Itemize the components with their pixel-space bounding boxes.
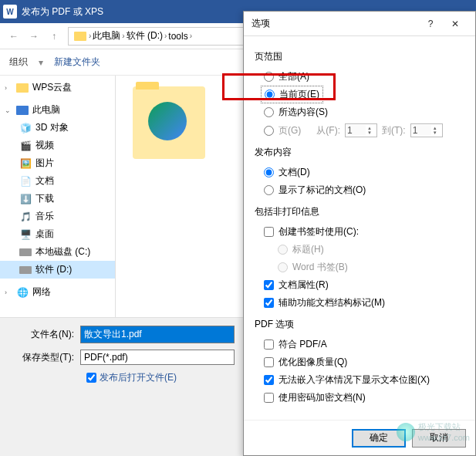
folder-icon	[15, 82, 29, 94]
accessibility-checkbox[interactable]	[264, 298, 274, 308]
nav-forward-button[interactable]: →	[25, 27, 43, 46]
page-range-all-radio[interactable]	[264, 72, 274, 82]
publish-markup-label: 显示了标记的文档(O)	[279, 184, 366, 197]
organize-button[interactable]: 组织	[9, 56, 28, 69]
spin-down-icon[interactable]: ▼	[431, 130, 439, 135]
doc-props-checkbox[interactable]	[264, 280, 274, 290]
bitmap-text-checkbox[interactable]	[264, 375, 274, 385]
filename-input[interactable]: 散文导出1.pdf	[80, 326, 235, 343]
sidebar-item-pictures[interactable]: 🖼️ 图片	[0, 154, 115, 172]
encrypt-label: 使用密码加密文档(N)	[279, 391, 366, 404]
options-dialog: 选项 ? ✕ 页范围 全部(A) 当前页(E) 所选内容(S) 页(G) 从(F…	[243, 11, 476, 456]
filename-label: 文件名(N):	[11, 328, 80, 341]
open-after-publish-checkbox[interactable]	[86, 373, 96, 383]
word-app-icon: W	[3, 5, 17, 19]
publish-document-label: 文档(D)	[279, 166, 310, 179]
pdf-options-title: PDF 选项	[255, 318, 464, 331]
sidebar-item-label: 下载	[35, 192, 54, 205]
bitmap-text-label: 无法嵌入字体情况下显示文本位图(X)	[279, 373, 430, 387]
sidebar-item-downloads[interactable]: ⬇️ 下载	[0, 190, 115, 208]
page-from-input[interactable]	[347, 125, 366, 136]
encrypt-checkbox[interactable]	[264, 393, 274, 403]
help-button[interactable]: ?	[418, 13, 443, 35]
page-to-label: 到(T):	[382, 124, 406, 137]
new-folder-button[interactable]: 新建文件夹	[54, 56, 100, 69]
path-segment[interactable]: tools	[168, 31, 187, 42]
close-button[interactable]: ✕	[443, 13, 468, 35]
expand-arrow-icon: ›	[5, 289, 12, 296]
open-after-publish-label: 发布后打开文件(E)	[100, 371, 177, 384]
downloads-icon: ⬇️	[19, 193, 32, 205]
page-to-spinner[interactable]: ▲▼	[410, 123, 443, 137]
bookmark-word-radio	[278, 262, 288, 272]
filetype-select[interactable]: PDF(*.pdf)	[80, 350, 235, 365]
sidebar-item-label: 软件 (D:)	[35, 263, 72, 276]
page-range-pages-label: 页(G)	[279, 124, 301, 137]
docs-icon: 📄	[19, 175, 32, 187]
options-body: 页范围 全部(A) 当前页(E) 所选内容(S) 页(G) 从(F):	[244, 36, 475, 420]
bookmark-word-label: Word 书签(B)	[292, 261, 348, 274]
page-range-selection-radio[interactable]	[264, 107, 274, 117]
pdfa-checkbox[interactable]	[264, 339, 274, 350]
edge-browser-icon	[148, 102, 187, 140]
page-range-current-radio[interactable]	[265, 90, 275, 100]
chevron-icon: ›	[190, 32, 192, 40]
sidebar-item-label: 视频	[35, 139, 54, 152]
sidebar-item-label: 图片	[35, 157, 54, 170]
sidebar-item-this-pc[interactable]: ⌄ 此电脑	[0, 101, 115, 119]
pictures-icon: 🖼️	[19, 157, 32, 170]
chevron-icon: ›	[89, 32, 91, 40]
optimize-quality-checkbox[interactable]	[264, 357, 274, 367]
optimize-quality-label: 优化图像质量(Q)	[279, 356, 347, 369]
path-segment[interactable]: 软件 (D:)	[127, 29, 163, 42]
pc-icon	[15, 104, 29, 117]
page-range-current-label: 当前页(E)	[279, 88, 319, 101]
page-range-selection-label: 所选内容(S)	[279, 106, 328, 119]
sidebar-tree[interactable]: › WPS云盘 ⌄ 此电脑 🧊 3D 对象 🎬 视频 🖼️ 图片	[0, 76, 116, 317]
bookmark-headings-radio	[278, 245, 288, 255]
page-from-label: 从(F):	[316, 124, 340, 137]
folder-icon	[73, 30, 87, 42]
page-range-pages-radio[interactable]	[264, 126, 274, 136]
sidebar-item-label: 音乐	[35, 210, 54, 223]
3d-icon: 🧊	[19, 122, 32, 134]
create-bookmarks-label: 创建书签时使用(C):	[279, 225, 359, 238]
sidebar-item-desktop[interactable]: 🖥️ 桌面	[0, 225, 115, 243]
ok-button[interactable]: 确定	[352, 429, 406, 448]
sidebar-item-label: 桌面	[35, 228, 54, 241]
cancel-button[interactable]: 取消	[412, 429, 466, 448]
page-to-input[interactable]	[413, 125, 431, 136]
nav-back-button[interactable]: ←	[5, 27, 23, 46]
sidebar-item-wps-cloud[interactable]: › WPS云盘	[0, 79, 115, 96]
bookmark-headings-label: 标题(H)	[292, 243, 324, 256]
sidebar-item-3d-objects[interactable]: 🧊 3D 对象	[0, 119, 115, 137]
expand-arrow-icon: ›	[5, 84, 12, 92]
folder-thumbnail[interactable]	[133, 86, 205, 159]
chevron-icon: ›	[164, 32, 167, 40]
sidebar-item-drive-d[interactable]: 软件 (D:)	[0, 261, 115, 279]
options-title: 选项	[252, 17, 418, 30]
sidebar-item-network[interactable]: › 🌐 网络	[0, 283, 115, 301]
sidebar-item-drive-c[interactable]: 本地磁盘 (C:)	[0, 243, 115, 261]
options-footer: 确定 取消	[244, 420, 475, 455]
pdfa-label: 符合 PDF/A	[279, 338, 327, 351]
sidebar-item-label: 本地磁盘 (C:)	[35, 245, 90, 258]
publish-document-radio[interactable]	[264, 167, 274, 177]
sidebar-item-music[interactable]: 🎵 音乐	[0, 208, 115, 225]
network-icon: 🌐	[15, 286, 29, 299]
publish-markup-radio[interactable]	[264, 185, 274, 195]
video-icon: 🎬	[19, 140, 32, 152]
path-segment[interactable]: 此电脑	[93, 29, 120, 42]
spin-down-icon[interactable]: ▼	[366, 130, 373, 135]
create-bookmarks-checkbox[interactable]	[264, 227, 274, 237]
accessibility-label: 辅助功能文档结构标记(M)	[279, 296, 385, 309]
music-icon: 🎵	[19, 211, 32, 223]
sidebar-item-label: 3D 对象	[35, 121, 69, 134]
page-from-spinner[interactable]: ▲▼	[345, 123, 377, 137]
options-titlebar: 选项 ? ✕	[244, 12, 475, 36]
drive-icon	[19, 264, 32, 276]
sidebar-item-documents[interactable]: 📄 文档	[0, 172, 115, 190]
nav-up-button[interactable]: ↑	[45, 27, 63, 46]
doc-props-label: 文档属性(R)	[279, 279, 329, 292]
sidebar-item-videos[interactable]: 🎬 视频	[0, 137, 115, 154]
